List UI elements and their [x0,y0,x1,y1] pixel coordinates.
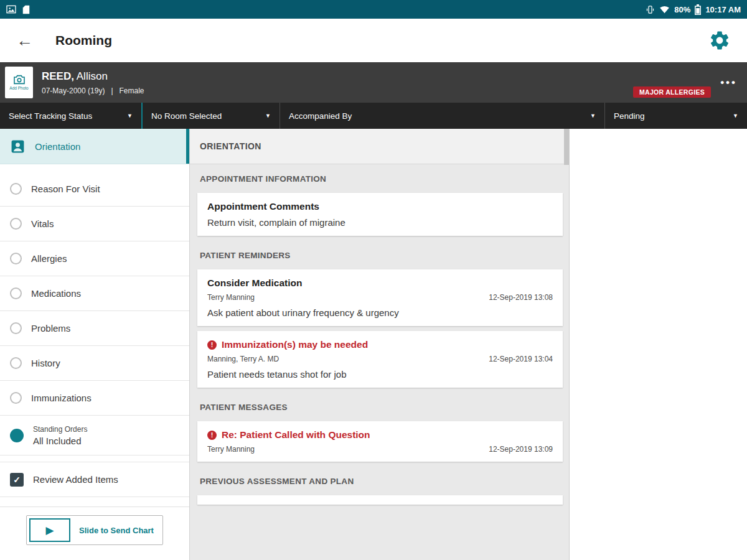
radio-circle-icon [10,183,22,195]
partial-card[interactable] [197,495,563,505]
patient-sex: Female [120,86,144,95]
reminder-card[interactable]: ! Immunization(s) may be needed Manning,… [197,331,563,388]
reminder-card[interactable]: Consider Medication Terry Manning 12-Sep… [197,269,563,326]
sidebar-item-label: Medications [31,288,81,299]
slide-to-send-chart-button[interactable]: ▶ Slide to Send Chart [26,515,163,545]
alert-exclamation-icon: ! [207,340,217,350]
checkbox-check-icon: ✓ [10,473,24,487]
sidebar-item-standing-orders[interactable]: Standing Orders All Included [0,416,189,455]
appointment-comments-card[interactable]: Appointment Comments Return visit, compl… [197,193,563,236]
radio-circle-icon [10,253,22,264]
patient-dob: 07-May-2000 (19y) [42,86,105,95]
radio-circle-icon [10,287,22,299]
review-added-items-button[interactable]: ✓ Review Added Items [0,462,189,497]
vibrate-icon [646,5,655,14]
card-body: Ask patient about urinary frequency & ur… [207,307,553,318]
rooming-screen: 80% 10:17 AM ← Rooming Add Photo REED, A… [0,0,747,560]
sidebar-item-problems[interactable]: Problems [0,311,189,346]
patient-first-name: Allison [77,70,108,82]
card-timestamp: 12-Sep-2019 13:09 [489,445,553,454]
sidebar-item-medications[interactable]: Medications [0,276,189,311]
demo-divider: | [111,86,113,95]
battery-icon [695,4,701,15]
content-section-header: ORIENTATION [190,129,569,164]
content-body: Orientation Reason For Visit Vitals Alle… [0,129,747,560]
main-content: ORIENTATION APPOINTMENT INFORMATION Appo… [190,129,570,560]
sidebar-item-immunizations[interactable]: Immunizations [0,381,189,416]
major-allergies-badge: MAJOR ALLERGIES [633,86,711,98]
sidebar-item-label: Reason For Visit [31,184,100,194]
appointment-status-dropdown[interactable]: Pending ▼ [605,103,747,129]
scrollbar-thumb[interactable] [564,129,569,165]
sidebar-item-label: Standing Orders [33,425,87,434]
overflow-menu-icon[interactable]: ••• [720,77,737,89]
card-author: Terry Manning [207,293,255,302]
sidebar-item-label: History [31,358,60,368]
send-slider-handle[interactable]: ▶ [29,518,70,542]
wifi-icon [659,5,670,14]
accompanied-by-dropdown[interactable]: Accompanied By ▼ [280,103,605,129]
sidebar-item-label: Immunizations [31,393,92,403]
card-body: Patient needs tetanus shot for job [207,369,553,380]
gallery-icon [6,5,16,14]
send-chart-area: ▶ Slide to Send Chart [0,506,189,560]
card-title: Consider Medication [207,278,553,289]
sim-card-icon [22,5,30,14]
sidebar-item-allergies[interactable]: Allergies [0,241,189,276]
card-meta: Terry Manning 12-Sep-2019 13:08 [207,293,553,302]
patient-name: REED, Allison [42,70,144,83]
filled-circle-icon [10,429,24,442]
back-arrow-icon[interactable]: ← [16,32,33,49]
card-title-alert: ! Re: Patient Called with Question [207,429,553,441]
status-time: 10:17 AM [705,5,741,14]
add-photo-label: Add Photo [9,86,28,90]
card-timestamp: 12-Sep-2019 13:04 [489,355,553,363]
play-icon: ▶ [45,525,54,536]
room-dropdown[interactable]: No Room Selected ▼ [143,103,280,129]
card-title-alert: ! Immunization(s) may be needed [207,339,553,350]
chevron-down-icon: ▼ [590,113,596,119]
radio-circle-icon [10,218,22,230]
slide-to-send-chart-label: Slide to Send Chart [70,526,162,535]
sidebar-item-label: Problems [31,323,70,334]
room-label: No Room Selected [151,111,222,121]
patient-info: REED, Allison 07-May-2000 (19y) | Female [42,70,144,95]
sidebar-item-vitals[interactable]: Vitals [0,207,189,241]
review-added-items-label: Review Added Items [33,474,118,485]
message-card[interactable]: ! Re: Patient Called with Question Terry… [197,421,563,462]
tracking-status-dropdown[interactable]: Select Tracking Status ▼ [0,103,143,129]
card-author: Manning, Terry A. MD [207,355,279,363]
sidebar-item-label: Allergies [31,253,67,264]
accompanied-by-label: Accompanied By [289,111,352,121]
sidebar-item-label: Vitals [31,218,54,229]
card-timestamp: 12-Sep-2019 13:08 [489,293,553,302]
status-bar-right: 80% 10:17 AM [646,4,741,15]
sidebar-item-orientation[interactable]: Orientation [0,129,189,164]
sidebar-item-sublabel: All Included [33,436,87,446]
patient-banner: Add Photo REED, Allison 07-May-2000 (19y… [0,62,747,103]
card-body: Return visit, complain of migraine [207,217,553,228]
tracking-bar: Select Tracking Status ▼ No Room Selecte… [0,103,747,129]
card-author: Terry Manning [207,445,255,454]
section-patient-reminders: PATIENT REMINDERS [190,241,569,269]
appointment-status-label: Pending [614,111,645,121]
sidebar-item-reason-for-visit[interactable]: Reason For Visit [0,172,189,207]
chevron-down-icon: ▼ [733,113,738,119]
app-bar: ← Rooming [0,19,747,62]
battery-percent-label: 80% [674,5,690,14]
radio-circle-icon [10,357,22,369]
section-patient-messages: PATIENT MESSAGES [190,393,569,421]
android-status-bar: 80% 10:17 AM [0,0,747,19]
radio-circle-icon [10,322,22,334]
alert-exclamation-icon: ! [207,431,217,440]
section-previous-assessment-and-plan: PREVIOUS ASSESSMENT AND PLAN [190,467,569,495]
chevron-down-icon: ▼ [127,113,133,119]
card-meta: Terry Manning 12-Sep-2019 13:09 [207,445,553,454]
card-title: Appointment Comments [207,201,553,212]
add-photo-button[interactable]: Add Photo [5,67,33,98]
patient-last-name: REED, [42,70,74,82]
gear-icon[interactable] [708,29,731,52]
sidebar-item-history[interactable]: History [0,346,189,381]
page-title: Rooming [55,33,112,48]
chevron-down-icon: ▼ [265,113,271,119]
